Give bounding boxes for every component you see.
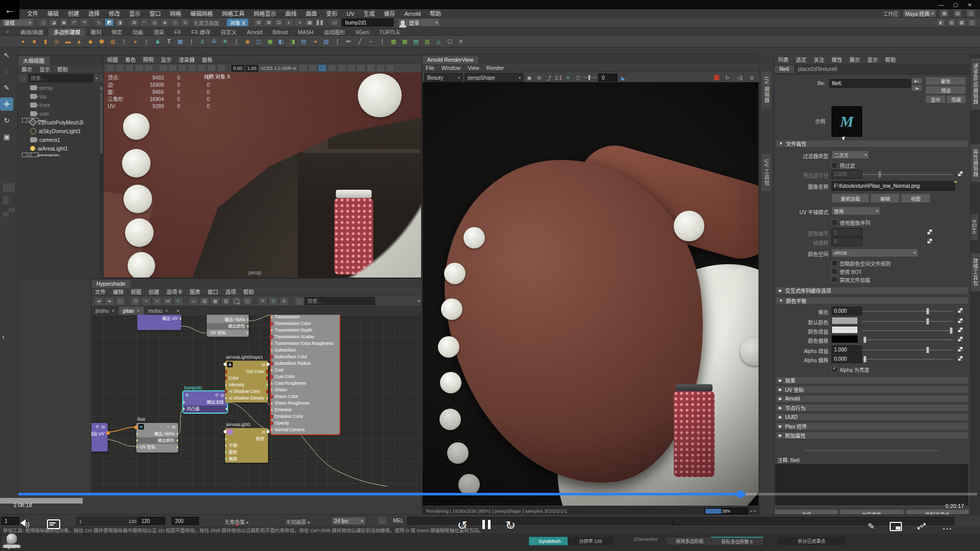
alpha-offset-slider[interactable] [862, 359, 953, 360]
node-place2dtexture6[interactable]: ⚙ ▤ 输出 UV [91, 423, 108, 452]
render-progress-expander-icon[interactable]: ▸ ▾ [751, 509, 756, 513]
panel-resize-grip[interactable] [805, 450, 938, 451]
snap-curve-icon[interactable]: ◠ [140, 18, 149, 27]
render-image[interactable] [423, 82, 758, 506]
outliner-filter-icon[interactable]: ⬚ [20, 76, 26, 81]
rv-snapshot-icon[interactable]: ⤴ [545, 73, 553, 82]
shelf-tool-icon[interactable]: ◧ [276, 37, 286, 46]
orange-input-port[interactable] [134, 425, 138, 429]
outliner-item[interactable]: + side [18, 109, 104, 118]
men​u-item[interactable]: 生成 [359, 9, 379, 17]
prefilter-radius-field[interactable]: 2.000 [831, 170, 862, 179]
vp-icon-shading-wire[interactable] [159, 64, 167, 72]
lasso-tool[interactable]: ◌ [0, 65, 13, 78]
collapsed-section-header[interactable]: ▶Arnold [775, 395, 968, 403]
ae-menu-item[interactable]: 选定 [792, 56, 810, 63]
node-aistandardsurface[interactable]: TransmissionTransmission ColorTransmissi… [271, 315, 339, 434]
shelf-tab[interactable]: TURTLE [374, 28, 405, 36]
node-row[interactable]: 矩阵 [225, 436, 268, 442]
men​u-item[interactable]: Arnold [400, 10, 425, 18]
surface-attribute-row[interactable]: Coat Color [271, 373, 339, 380]
camera-selector[interactable]: perspShape▾ [464, 73, 524, 82]
hs-icon-pin[interactable]: ⬚ [295, 297, 304, 306]
hypershade-title[interactable]: Hypershade [91, 280, 131, 288]
viewport-gamma-field[interactable]: 1.00 [246, 65, 259, 72]
move-tool[interactable]: ✛ [0, 97, 13, 111]
file-node-name-field[interactable]: file6 [829, 79, 912, 88]
miniplayer-button[interactable]: ↗↙ [917, 522, 926, 531]
shelf-tab[interactable]: Bifrost [267, 28, 293, 36]
shelf-tool-icon[interactable]: ◉ [242, 37, 253, 46]
shelf-tab[interactable]: 渲染 [148, 28, 169, 36]
men​u-item[interactable]: 选择 [84, 9, 104, 17]
vp-icon-safe-action[interactable] [376, 64, 385, 72]
outliner-item[interactable]: + persp [18, 83, 104, 92]
viewport-menu-item[interactable]: 面板 [199, 56, 216, 63]
input-ops-icon[interactable]: ⊟ [254, 18, 263, 27]
men​u-item[interactable]: 曲线 [281, 9, 301, 17]
shelf-tool-icon[interactable]: ▣ [265, 37, 275, 46]
rv-settings-icon[interactable]: ⊙ [748, 73, 756, 82]
tab-uv-editor[interactable]: UV 编辑器 [762, 71, 771, 109]
men​u-item[interactable]: 窗口 [145, 9, 165, 17]
color-offset-map-button[interactable] [958, 337, 963, 341]
volume-button[interactable]: )) [20, 519, 30, 529]
prefilter-checkbox[interactable] [831, 162, 838, 168]
notes-textarea[interactable] [775, 464, 968, 505]
image-name-field[interactable]: F:\futoutexture\Pitao_low_Normal.png [831, 181, 955, 191]
node-place2dtexture-top[interactable]: ⚙ ▤ 输出 UV [137, 315, 181, 330]
vp-icon-bookmark[interactable] [135, 64, 143, 72]
close-button[interactable]: ✕ [963, 1, 977, 9]
zremesher-label[interactable]: ZRemesher [625, 535, 667, 543]
men​u-item[interactable]: 显示 [125, 9, 145, 17]
rv-close-x-icon[interactable]: ✕ [564, 73, 572, 82]
connect-output-button[interactable]: ▫▸ [911, 85, 922, 91]
shelf-tool-icon[interactable]: ✇ [209, 37, 219, 46]
node-row[interactable]: 输出法线 [183, 399, 227, 406]
collapsed-section-header[interactable]: ▶附加属性 [775, 432, 968, 439]
outliner-item[interactable]: + defaultObjectSet [22, 153, 39, 157]
surface-attribute-row[interactable]: Normal Camera [271, 427, 339, 433]
ae-menu-item[interactable]: 关注 [810, 56, 828, 63]
outliner-menu-item[interactable]: 帮助 [54, 65, 71, 73]
color-offset-slider[interactable] [862, 339, 953, 340]
outliner-menu-item[interactable]: 展示 [18, 65, 36, 73]
layout-two-pane-button[interactable] [2, 195, 15, 205]
exposure-field[interactable]: 0.000 [831, 307, 862, 315]
default-color-swatch[interactable] [831, 317, 858, 324]
vp-icon-field-chart[interactable] [366, 64, 375, 72]
node-row[interactable]: Color [225, 375, 268, 382]
renderview-menu-item[interactable]: View [464, 64, 483, 71]
outliner-item[interactable]: + front [18, 101, 104, 109]
vp-icon-film-gate[interactable] [337, 64, 346, 72]
undo-icon[interactable]: ↶ [69, 18, 79, 27]
node-graph-tab[interactable]: pitao✕ [119, 307, 144, 315]
renderview-title[interactable]: Arnold RenderView [422, 56, 478, 64]
maximize-button[interactable]: ▢ [948, 1, 963, 9]
shelf-tool-icon[interactable]: ◆ [85, 37, 95, 46]
node-row[interactable]: 输出颜色 [207, 323, 249, 330]
workspace-selector[interactable]: Maya 经典▾ [903, 9, 936, 17]
port[interactable] [247, 318, 249, 321]
layout-single-pane-button[interactable] [2, 183, 15, 193]
men​u-item[interactable]: 曲面 [301, 9, 322, 17]
shelf-tool-icon[interactable]: ▤ [299, 37, 309, 46]
section-file-attributes[interactable]: ▼文件属性 [775, 140, 968, 147]
vp-icon-isolate[interactable] [299, 64, 307, 72]
select-hierarchy-icon[interactable]: ↖ [94, 18, 104, 27]
node-graph-canvas[interactable]: ⚙ ▤ 输出 UV 输出 Alpha输出颜色UV 坐标 Transmission… [91, 315, 421, 492]
outliner-scrollbar[interactable]: ▲ [100, 86, 103, 275]
shelf-tab[interactable]: 自定义 [215, 28, 242, 36]
surface-attribute-row[interactable]: Coat Roughness [271, 380, 339, 387]
tab-attribute-editor[interactable]: 属性编辑器 [970, 144, 980, 182]
presets-button[interactable]: 预设 [925, 86, 966, 94]
node-row[interactable]: Intensity [225, 382, 268, 388]
shelf-tool-icon[interactable]: T [164, 37, 174, 46]
alpha-gain-map-button[interactable] [958, 347, 963, 352]
shelf-tool-icon[interactable]: | [141, 37, 152, 46]
viewport-exposure-field[interactable]: 0.00 [231, 65, 244, 72]
alpha-gain-slider[interactable] [862, 349, 953, 350]
collapsed-section-header[interactable]: ▶UUID [775, 413, 968, 421]
texture-sample-swatch[interactable]: M [831, 106, 862, 137]
shelf-tool-icon[interactable]: ⬡ [445, 37, 455, 46]
